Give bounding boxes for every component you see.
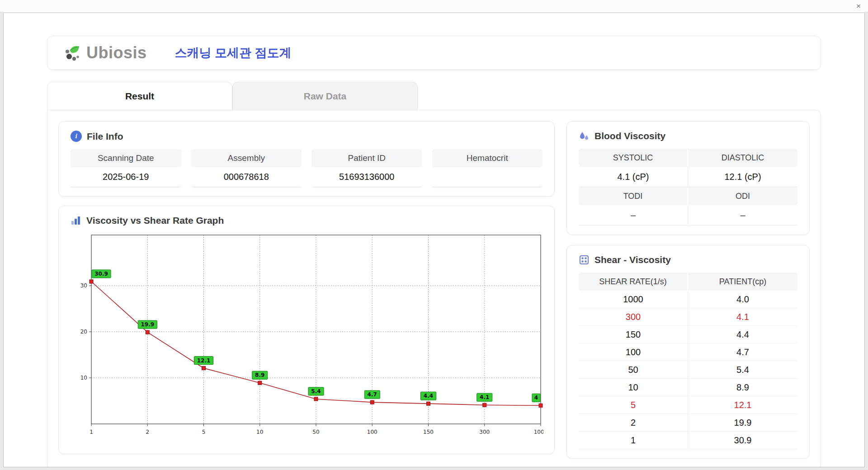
svg-text:150: 150 [423, 429, 434, 435]
tab-bar: Result Raw Data [47, 82, 821, 110]
file-info-title: File Info [87, 131, 123, 142]
odi-label: ODI [688, 187, 797, 205]
graph-title-row: Viscosity vs Shear Rate Graph [71, 215, 542, 226]
patient-viscosity-value: 4.7 [688, 343, 797, 361]
svg-text:8.9: 8.9 [255, 372, 264, 378]
field-value: 000678618 [191, 167, 302, 187]
shear-rate-value: 150 [579, 326, 688, 343]
field-label: Assembly [191, 149, 302, 167]
blood-viscosity-title-row: Blood Viscosity [579, 131, 797, 141]
shear-rate-value: 1000 [579, 291, 688, 308]
systolic-value: 4.1 (cP) [579, 167, 688, 187]
window-titlebar: × [0, 0, 868, 13]
droplets-icon [579, 131, 590, 141]
svg-text:19.9: 19.9 [141, 321, 154, 328]
field-scanning-date: Scanning Date 2025-06-19 [71, 149, 181, 187]
field-label: Hematocrit [432, 149, 543, 167]
blood-viscosity-grid: SYSTOLIC DIASTOLIC 4.1 (cP) 12.1 (cP) TO… [579, 149, 797, 226]
patient-viscosity-value: 8.9 [688, 379, 797, 396]
blood-viscosity-title: Blood Viscosity [594, 131, 665, 141]
patient-viscosity-value: 4.1 [688, 308, 797, 325]
shear-table-row: 10004.0 [579, 291, 797, 308]
diastolic-label: DIASTOLIC [688, 149, 797, 167]
svg-text:30: 30 [80, 282, 87, 289]
graph-title: Viscosity vs Shear Rate Graph [86, 215, 224, 226]
page-title: 스캐닝 모세관 점도계 [175, 45, 292, 61]
todi-label: TODI [579, 187, 688, 205]
app-window: × Ubiosis 스캐닝 모세관 점도계 [0, 0, 868, 470]
svg-text:20: 20 [80, 329, 87, 335]
svg-text:5: 5 [202, 429, 206, 435]
patient-viscosity-value: 5.4 [688, 361, 797, 378]
close-icon[interactable]: × [856, 2, 861, 10]
field-patient-id: Patient ID 51693136000 [311, 149, 422, 187]
field-value: 2025-06-19 [71, 167, 181, 187]
field-label: Scanning Date [71, 149, 181, 167]
shear-table-row: 3004.1 [579, 308, 797, 326]
left-column: i File Info Scanning Date 2025-06-19 Ass… [58, 121, 555, 459]
svg-text:5.4: 5.4 [311, 388, 321, 395]
svg-text:50: 50 [312, 429, 319, 435]
shear-rate-value: 100 [579, 343, 688, 361]
shear-table-row: 108.9 [579, 379, 797, 396]
field-value [432, 167, 543, 187]
shear-table-header: SHEAR RATE(1/s) PATIENT(cp) [579, 273, 797, 291]
brand-logo-icon [64, 43, 84, 63]
svg-text:1: 1 [90, 429, 93, 435]
content: Ubiosis 스캐닝 모세관 점도계 Result Raw Data i Fi… [4, 13, 864, 467]
svg-text:4.4: 4.4 [424, 393, 433, 399]
shear-table-row: 219.9 [579, 414, 797, 432]
blood-viscosity-card: Blood Viscosity SYSTOLIC DIASTOLIC 4.1 (… [566, 121, 810, 235]
brand-name: Ubiosis [86, 43, 147, 62]
shear-rate-value: 5 [579, 396, 688, 414]
graph-card: Viscosity vs Shear Rate Graph 1020301251… [58, 206, 555, 454]
page: Ubiosis 스캐닝 모세관 점도계 Result Raw Data i Fi… [3, 13, 865, 467]
shear-table-row: 1504.4 [579, 326, 797, 343]
svg-text:30.9: 30.9 [94, 271, 108, 277]
shear-viscosity-title: Shear - Viscosity [594, 254, 671, 265]
todi-value: – [579, 205, 688, 226]
svg-text:10: 10 [80, 375, 87, 381]
patient-viscosity-value: 30.9 [688, 432, 797, 449]
svg-text:4.1: 4.1 [480, 394, 489, 400]
shear-table-body: 10004.03004.11504.41004.7505.4108.9512.1… [579, 291, 797, 449]
file-info-card: i File Info Scanning Date 2025-06-19 Ass… [58, 121, 555, 197]
svg-text:2: 2 [146, 429, 149, 435]
info-icon: i [71, 131, 82, 142]
patient-viscosity-value: 19.9 [688, 414, 797, 431]
patient-column-header: PATIENT(cp) [688, 273, 797, 291]
patient-viscosity-value: 4.4 [688, 326, 797, 343]
field-hematocrit: Hematocrit [432, 149, 543, 187]
shear-viscosity-card: Shear - Viscosity SHEAR RATE(1/s) PATIEN… [566, 245, 810, 459]
shear-viscosity-title-row: Shear - Viscosity [579, 254, 797, 265]
field-value: 51693136000 [311, 167, 422, 187]
svg-text:300: 300 [479, 429, 490, 435]
systolic-label: SYSTOLIC [579, 149, 688, 167]
file-info-fields: Scanning Date 2025-06-19 Assembly 000678… [71, 149, 542, 187]
shear-rate-value: 300 [579, 308, 688, 325]
shear-rate-value: 2 [579, 414, 688, 431]
shear-table-row: 1004.7 [579, 343, 797, 361]
shear-rate-column-header: SHEAR RATE(1/s) [579, 273, 688, 291]
diastolic-value: 12.1 (cP) [688, 167, 797, 187]
svg-text:10: 10 [256, 429, 263, 435]
file-info-title-row: i File Info [71, 131, 542, 142]
shear-table-row: 505.4 [579, 361, 797, 379]
svg-text:4: 4 [534, 395, 538, 401]
shear-rate-value: 10 [579, 379, 688, 396]
shear-rate-value: 50 [579, 361, 688, 378]
svg-text:1000: 1000 [534, 429, 543, 435]
viscosity-chart: 1020301251050100150300100030.919.912.18.… [71, 232, 542, 445]
odi-value: – [688, 205, 797, 226]
viscosity-shear-chart: 1020301251050100150300100030.919.912.18.… [71, 232, 543, 445]
patient-viscosity-value: 12.1 [688, 396, 797, 414]
svg-text:12.1: 12.1 [197, 357, 211, 364]
field-assembly: Assembly 000678618 [191, 149, 302, 187]
svg-text:4.7: 4.7 [368, 391, 377, 398]
shear-table-row: 130.9 [579, 432, 797, 449]
tab-result[interactable]: Result [47, 82, 232, 110]
right-column: Blood Viscosity SYSTOLIC DIASTOLIC 4.1 (… [566, 121, 810, 459]
tab-raw-data[interactable]: Raw Data [232, 82, 418, 110]
header-card: Ubiosis 스캐닝 모세관 점도계 [47, 36, 821, 70]
brand-logo: Ubiosis [64, 43, 147, 63]
